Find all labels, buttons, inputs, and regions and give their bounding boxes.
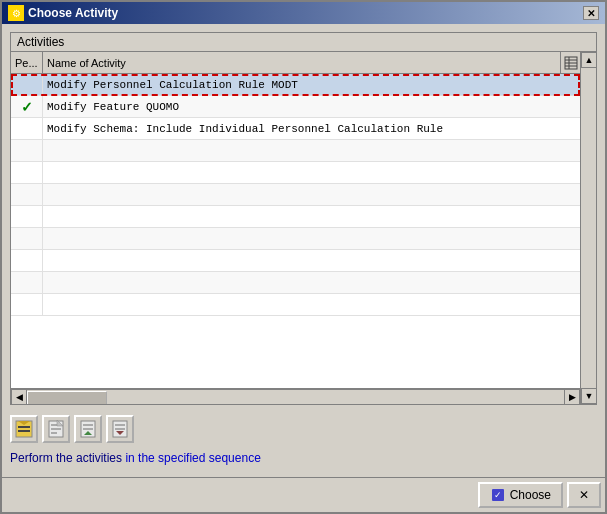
svg-rect-6: [18, 426, 30, 428]
table-row[interactable]: [11, 162, 580, 184]
row-pe-11: [11, 294, 43, 315]
svg-rect-19: [115, 424, 125, 426]
toolbar-btn-1[interactable]: [10, 415, 38, 443]
hscroll-track[interactable]: [27, 389, 564, 405]
title-bar-left: ⚙ Choose Activity: [8, 5, 118, 21]
bottom-bar: ✓ Choose ✕: [2, 477, 605, 512]
scroll-left-button[interactable]: ◀: [11, 389, 27, 405]
row-pe-5: [11, 162, 43, 183]
scroll-down-button[interactable]: ▼: [581, 388, 596, 404]
row-pe-10: [11, 272, 43, 293]
svg-rect-15: [83, 424, 93, 426]
scroll-up-button[interactable]: ▲: [581, 52, 596, 68]
table-row[interactable]: [11, 272, 580, 294]
row-name-1: Modify Personnel Calculation Rule MODT: [43, 77, 580, 93]
row-pe-8: [11, 228, 43, 249]
row-name-10: [43, 281, 580, 285]
row-pe-2: ✓: [11, 96, 43, 117]
col-pe-header: Pe...: [11, 52, 43, 73]
row-pe-3: [11, 118, 43, 139]
row-name-9: [43, 259, 580, 263]
choose-icon: ✓: [490, 487, 506, 503]
svg-rect-16: [83, 428, 93, 430]
choose-label: Choose: [510, 488, 551, 502]
row-pe-7: [11, 206, 43, 227]
main-window: ⚙ Choose Activity ✕ Activities Pe... Nam…: [0, 0, 607, 514]
table-row[interactable]: ✓ Modify Feature QUOMO: [11, 96, 580, 118]
table-row[interactable]: [11, 140, 580, 162]
row-name-6: [43, 193, 580, 197]
row-pe-6: [11, 184, 43, 205]
vertical-scrollbar-area: ▲ ▼: [580, 52, 596, 404]
window-icon: ⚙: [8, 5, 24, 21]
vscroll-track[interactable]: [581, 68, 596, 388]
col-config-button[interactable]: [560, 52, 580, 73]
table-row[interactable]: Modify Personnel Calculation Rule MODT: [11, 74, 580, 96]
scroll-right-button[interactable]: ▶: [564, 389, 580, 405]
title-bar: ⚙ Choose Activity ✕: [2, 2, 605, 24]
table-row[interactable]: [11, 184, 580, 206]
row-pe-9: [11, 250, 43, 271]
row-name-3: Modify Schema: Include Individual Person…: [43, 121, 580, 137]
row-name-11: [43, 303, 580, 307]
row-name-7: [43, 215, 580, 219]
activities-group: Activities Pe... Name of Activity: [10, 32, 597, 405]
row-name-5: [43, 171, 580, 175]
content-area: Activities Pe... Name of Activity: [2, 24, 605, 477]
table-main: Pe... Name of Activity: [11, 52, 580, 404]
toolbar-btn-2[interactable]: [42, 415, 70, 443]
row-name-2: Modify Feature QUOMO: [43, 99, 580, 115]
check-icon: ✓: [21, 99, 33, 115]
table-wrapper: Pe... Name of Activity: [11, 52, 596, 404]
table-row[interactable]: [11, 206, 580, 228]
window-title: Choose Activity: [28, 6, 118, 20]
status-text: Perform the activities in the specified …: [10, 447, 597, 469]
toolbar-btn-3[interactable]: [74, 415, 102, 443]
row-pe-1: [11, 74, 43, 95]
table-row[interactable]: [11, 294, 580, 316]
close-button[interactable]: ✕: [567, 482, 601, 508]
row-pe-4: [11, 140, 43, 161]
table-row[interactable]: [11, 250, 580, 272]
horizontal-scrollbar[interactable]: ◀ ▶: [11, 388, 580, 404]
table-row[interactable]: Modify Schema: Include Individual Person…: [11, 118, 580, 140]
svg-rect-12: [51, 432, 57, 434]
svg-rect-20: [115, 428, 125, 430]
status-highlight: in the specified sequence: [125, 451, 260, 465]
choose-button[interactable]: ✓ Choose: [478, 482, 563, 508]
toolbar: [10, 411, 597, 447]
row-name-8: [43, 237, 580, 241]
table-row[interactable]: [11, 228, 580, 250]
close-label: ✕: [579, 488, 589, 502]
window-close-button[interactable]: ✕: [583, 6, 599, 20]
hscroll-thumb[interactable]: [27, 391, 107, 405]
table-body[interactable]: Modify Personnel Calculation Rule MODT ✓…: [11, 74, 580, 388]
row-name-4: [43, 149, 580, 153]
svg-text:✓: ✓: [494, 490, 502, 500]
toolbar-btn-4[interactable]: [106, 415, 134, 443]
col-name-header: Name of Activity: [43, 55, 560, 71]
group-label: Activities: [11, 33, 596, 52]
svg-rect-11: [51, 428, 61, 430]
table-header: Pe... Name of Activity: [11, 52, 580, 74]
svg-rect-7: [18, 430, 30, 432]
